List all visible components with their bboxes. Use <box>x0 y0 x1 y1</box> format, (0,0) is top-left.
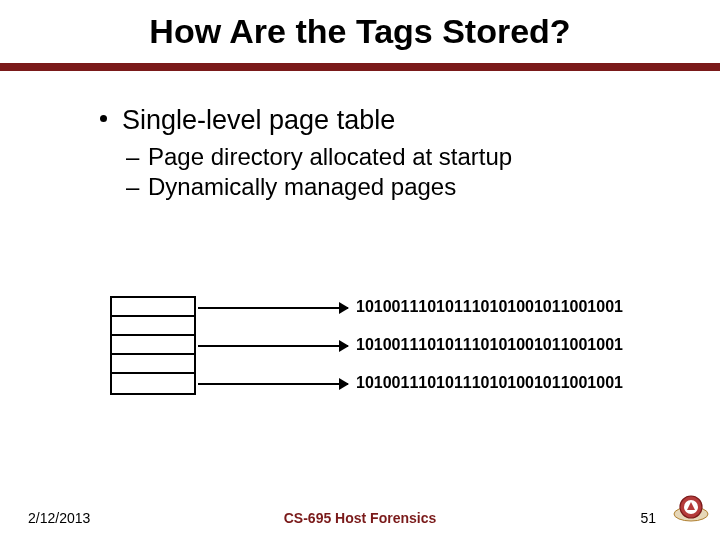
bullet-level2-text: Dynamically managed pages <box>148 173 456 200</box>
footer-date: 2/12/2013 <box>28 510 90 526</box>
bullet-level1-text: Single-level page table <box>122 105 395 135</box>
bitstring: 101001110101110101001011001001 <box>356 336 623 354</box>
title-underline <box>0 63 720 71</box>
bullet-dash-icon: – <box>126 142 139 172</box>
bitstring: 101001110101110101001011001001 <box>356 298 623 316</box>
footer-page-number: 51 <box>640 510 656 526</box>
footer: 2/12/2013 CS-695 Host Forensics 51 <box>0 502 720 526</box>
arrow-icon <box>198 383 348 385</box>
table-row <box>112 317 194 336</box>
table-row <box>112 336 194 355</box>
page-table-diagram: 101001110101110101001011001001 101001110… <box>110 280 660 440</box>
slide: How Are the Tags Stored? Single-level pa… <box>0 0 720 540</box>
bullet-level1: Single-level page table <box>100 105 660 136</box>
table-row <box>112 298 194 317</box>
arrow-icon <box>198 307 348 309</box>
university-seal-icon <box>672 494 710 522</box>
slide-title: How Are the Tags Stored? <box>0 0 720 59</box>
arrow-icon <box>198 345 348 347</box>
content-area: Single-level page table – Page directory… <box>0 71 720 202</box>
bitstring: 101001110101110101001011001001 <box>356 374 623 392</box>
table-row <box>112 355 194 374</box>
bullet-level2: – Dynamically managed pages <box>126 172 660 202</box>
bullet-dash-icon: – <box>126 172 139 202</box>
bullet-dot-icon <box>100 115 107 122</box>
table-row <box>112 374 194 393</box>
bullet-level2: – Page directory allocated at startup <box>126 142 660 172</box>
bullet-level2-text: Page directory allocated at startup <box>148 143 512 170</box>
footer-course: CS-695 Host Forensics <box>284 510 437 526</box>
page-directory-table <box>110 296 196 395</box>
